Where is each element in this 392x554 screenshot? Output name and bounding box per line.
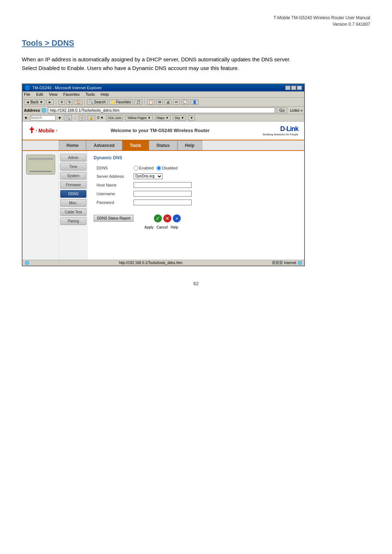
statusbar-icon: 🌐 — [25, 261, 29, 265]
edit-page-button[interactable]: ✏ — [173, 99, 180, 105]
search-input[interactable] — [30, 115, 56, 120]
toolbar-separator-2 — [85, 99, 85, 105]
help-icon-button[interactable]: + — [173, 214, 181, 222]
hostname-input[interactable] — [134, 182, 192, 188]
history-button[interactable]: 📋 — [147, 99, 155, 105]
nav-system[interactable]: System — [60, 172, 86, 180]
page-description: When an IP address is automatically assi… — [22, 55, 294, 73]
cancel-icon-button[interactable]: ✕ — [163, 214, 171, 222]
extra-link[interactable]: ▼ — [188, 115, 195, 120]
tab-home[interactable]: Home — [59, 140, 86, 150]
server-address-label: Server Address — [94, 172, 131, 180]
window-controls[interactable]: _ □ ✕ — [285, 86, 302, 90]
nav-ddns[interactable]: DDNS — [60, 190, 86, 198]
doc-title-line2: Version 0.7 041807 — [22, 21, 370, 28]
nav-tabs: Home Advanced Tools Status Help — [23, 140, 304, 151]
tab-advanced[interactable]: Advanced — [86, 140, 122, 150]
forward-button[interactable]: ► — [46, 99, 54, 105]
menu-help[interactable]: Help — [101, 92, 109, 97]
menu-view[interactable]: View — [49, 92, 58, 97]
menu-file[interactable]: File — [24, 92, 30, 97]
internet-icon: 🌐 — [298, 261, 302, 265]
ddns-enabled-radio[interactable] — [134, 166, 138, 171]
toolbar-separator-1 — [56, 99, 56, 105]
sky-link[interactable]: Sky ▼ — [173, 115, 186, 120]
close-button[interactable]: ✕ — [297, 86, 302, 90]
server-address-select[interactable]: DynDns.org — [134, 173, 163, 179]
apply-icon-button[interactable]: ✓ — [154, 214, 162, 222]
dlink-brand: D-Link — [263, 125, 298, 133]
links-bar-btn1[interactable]: ☆ — [79, 115, 85, 120]
menu-tools[interactable]: Tools — [86, 92, 95, 97]
nav-firmware[interactable]: Firmware — [60, 181, 86, 189]
ddns-value: Enabled Disabled — [131, 165, 298, 172]
ddns-form: DDNS Enabled Disabled — [94, 164, 298, 207]
password-row: Password — [94, 198, 298, 206]
enabled-radio-label[interactable]: Enabled — [134, 166, 154, 171]
password-label: Password — [94, 198, 131, 206]
status-report-button[interactable]: DDNS Status Report — [94, 215, 134, 222]
main-content: Dynamic DNS DDNS Enabled — [88, 151, 304, 260]
browser-toolbar: ◄ Back ▼ ► ✕ ↻ 🏠 🔍 Search ⭐ Favorites 🎵 … — [23, 98, 304, 107]
statusbar-text: http://192.168.0.1/Tools/tools_ddns.htm — [119, 261, 183, 265]
ddns-row: DDNS Enabled Disabled — [94, 165, 298, 172]
disabled-radio-label[interactable]: Disabled — [156, 166, 177, 171]
username-input[interactable] — [134, 191, 192, 197]
aol-link[interactable]: AOL.com — [106, 115, 123, 120]
router-image — [26, 155, 55, 175]
stop-button[interactable]: ✕ — [58, 99, 65, 105]
hostname-label: Host Name — [94, 181, 131, 189]
cancel-label: Cancel — [156, 225, 168, 229]
home-button[interactable]: 🏠 — [74, 99, 82, 105]
progress-bar — [272, 261, 282, 264]
ddns-disabled-radio[interactable] — [156, 166, 161, 171]
ddns-radio-group: Enabled Disabled — [134, 166, 295, 171]
tab-tools[interactable]: Tools — [122, 140, 149, 150]
nav-admin[interactable]: Admin — [60, 154, 86, 161]
help-label: Help — [171, 225, 178, 229]
browser-menubar: File Edit View Favorites Tools Help — [23, 91, 304, 98]
tab-status[interactable]: Status — [149, 140, 177, 150]
disabled-text: Disabled — [162, 166, 177, 170]
print-button[interactable]: 🖨 — [164, 99, 172, 105]
t-cross-icon: ✝ — [28, 126, 35, 135]
toolbar-separator-3 — [144, 99, 145, 105]
nav-cable-test[interactable]: Cable Test — [60, 208, 86, 216]
nav-time[interactable]: Time — [60, 163, 86, 171]
maximize-button[interactable]: □ — [291, 86, 296, 90]
tmobile-logo: ✝ · Mobile · — [28, 126, 57, 135]
tab-help[interactable]: Help — [177, 140, 202, 150]
mail-button[interactable]: ✉ — [156, 99, 163, 105]
username-value — [131, 190, 298, 198]
back-button[interactable]: ◄ Back ▼ — [24, 99, 45, 105]
statusbar-zone: Internet — [284, 261, 296, 265]
nav-misc[interactable]: Misc. — [60, 199, 86, 207]
page-title: Tools > DDNS — [22, 38, 370, 48]
discuss-button[interactable]: 💬 — [181, 99, 189, 105]
search-button[interactable]: 🔍 Search — [87, 99, 107, 105]
password-input[interactable] — [134, 200, 192, 205]
media-button[interactable]: 🎵 — [134, 99, 142, 105]
maps-link[interactable]: Maps ▼ — [155, 115, 171, 120]
links-counter: 0 ▼ — [97, 116, 104, 120]
router-image-sidebar — [23, 151, 59, 260]
search-bar-icon: ▼ — [58, 116, 62, 120]
action-row: DDNS Status Report ✓ ✕ + — [94, 212, 298, 225]
go-button[interactable]: Go — [277, 107, 287, 113]
ddns-label: DDNS — [94, 165, 131, 172]
menu-edit[interactable]: Edit — [36, 92, 43, 97]
doc-header: T-Mobile TM-G5240 Wireless Router User M… — [22, 15, 370, 28]
search-bar-button[interactable]: 🔍 — [64, 115, 72, 120]
minimize-button[interactable]: _ — [285, 86, 290, 90]
links-bar-btn2[interactable]: 🔒 — [87, 115, 95, 120]
address-input[interactable] — [48, 107, 275, 113]
apply-label: Apply — [144, 225, 154, 229]
dlink-tagline: Building Networks for People — [263, 133, 298, 136]
nav-pairing[interactable]: Pairing — [60, 217, 86, 225]
messenger-button[interactable]: 👤 — [191, 99, 199, 105]
menu-favorites[interactable]: Favorites — [63, 92, 79, 97]
yellowpages-link[interactable]: Yellow Pages ▼ — [125, 115, 152, 120]
server-address-value: DynDns.org — [131, 172, 298, 180]
favorites-button[interactable]: ⭐ Favorites — [109, 99, 133, 105]
refresh-button[interactable]: ↻ — [66, 99, 73, 105]
